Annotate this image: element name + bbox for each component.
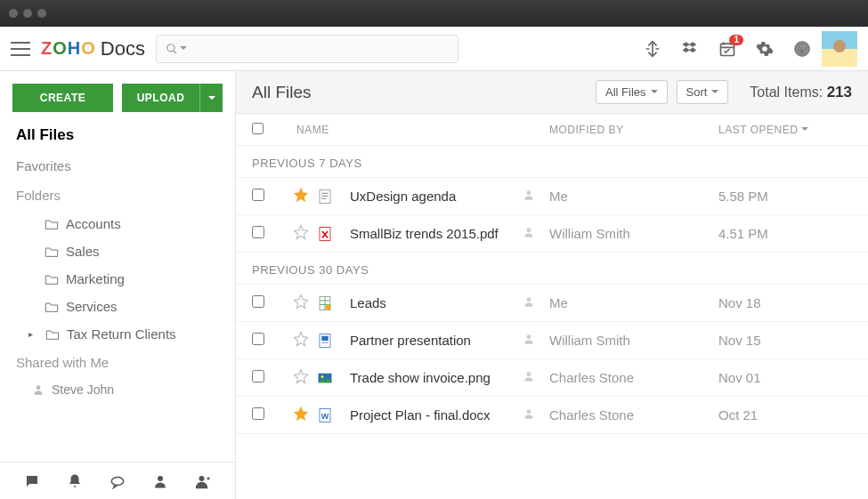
- svg-point-4: [158, 476, 163, 481]
- select-all-checkbox[interactable]: [252, 123, 264, 134]
- folder-icon: [45, 245, 59, 258]
- nav-all-files[interactable]: All Files: [0, 125, 235, 151]
- create-button[interactable]: CREATE: [12, 84, 113, 112]
- folder-name: Sales: [66, 244, 100, 259]
- file-type-icon: [316, 225, 334, 243]
- col-name-header[interactable]: NAME: [288, 124, 549, 136]
- row-checkbox[interactable]: [252, 370, 264, 382]
- file-name[interactable]: Project Plan - final.docx: [350, 407, 523, 423]
- notification-badge: 1: [729, 35, 743, 45]
- window-min-dot[interactable]: [23, 9, 32, 18]
- file-type-icon: [316, 369, 334, 387]
- row-checkbox[interactable]: [252, 333, 264, 345]
- star-icon[interactable]: [293, 294, 311, 312]
- file-modified-by: Me: [549, 295, 718, 310]
- file-row[interactable]: UxDesign agenda Me 5.58 PM: [236, 178, 868, 215]
- sidebar-footer: [0, 462, 235, 499]
- nav-favorites[interactable]: Favorites: [0, 151, 235, 181]
- shared-indicator-icon: [523, 370, 549, 385]
- person-icon[interactable]: [152, 473, 168, 489]
- file-type-icon: [316, 294, 334, 312]
- content-area: All Files All Files Sort Total Items: 21…: [236, 71, 868, 499]
- chat-icon[interactable]: [24, 473, 40, 489]
- nav-shared-label: Shared with Me: [0, 348, 235, 377]
- svg-point-3: [37, 385, 41, 390]
- dropbox-icon[interactable]: [681, 40, 699, 58]
- file-row[interactable]: Partner presentation William Smith Nov 1…: [236, 322, 868, 359]
- row-checkbox[interactable]: [252, 295, 264, 308]
- file-last-opened: Nov 18: [718, 295, 852, 310]
- file-type-icon: [316, 332, 334, 350]
- file-list: PREVIOUS 7 DAYS UxDesign agenda Me 5.58 …: [236, 146, 868, 499]
- file-name[interactable]: UxDesign agenda: [350, 189, 523, 204]
- file-row[interactable]: SmallBiz trends 2015.pdf William Smith 4…: [236, 215, 868, 253]
- file-last-opened: 4.51 PM: [718, 226, 852, 241]
- row-checkbox[interactable]: [252, 226, 264, 238]
- nav-folder[interactable]: Services: [0, 293, 235, 320]
- search-box[interactable]: [156, 35, 458, 63]
- window-max-dot[interactable]: [37, 9, 46, 18]
- svg-point-7: [527, 190, 531, 195]
- help-icon[interactable]: ?: [793, 40, 811, 58]
- file-modified-by: Me: [549, 189, 718, 204]
- svg-point-16: [527, 334, 531, 339]
- shared-indicator-icon: [523, 189, 549, 204]
- svg-point-12: [527, 297, 531, 302]
- svg-point-11: [326, 304, 331, 310]
- window-chrome: [0, 0, 868, 27]
- nav-folder[interactable]: Accounts: [0, 210, 235, 237]
- recycle-icon[interactable]: [644, 40, 661, 58]
- file-row[interactable]: Trade show invoice.png Charles Stone Nov…: [236, 359, 868, 397]
- nav-folder[interactable]: Sales: [0, 237, 235, 265]
- shared-user[interactable]: Steve John: [0, 377, 235, 402]
- col-last-header[interactable]: LAST OPENED: [718, 124, 852, 136]
- row-checkbox[interactable]: [252, 189, 264, 201]
- star-icon[interactable]: [293, 224, 311, 243]
- add-person-icon[interactable]: [195, 473, 211, 489]
- folder-icon: [45, 218, 59, 230]
- file-name[interactable]: Trade show invoice.png: [350, 370, 523, 385]
- user-avatar[interactable]: [822, 31, 857, 67]
- menu-icon[interactable]: [11, 42, 30, 56]
- nav-folder[interactable]: Marketing: [0, 265, 235, 293]
- upload-dropdown-button[interactable]: [199, 84, 223, 112]
- content-title: All Files: [252, 83, 587, 102]
- search-dropdown-caret[interactable]: [180, 46, 187, 53]
- folder-icon: [45, 328, 60, 341]
- star-icon[interactable]: [293, 187, 311, 205]
- file-modified-by: William Smith: [549, 226, 718, 241]
- file-last-opened: Nov 01: [718, 370, 852, 385]
- shared-user-name: Steve John: [52, 382, 114, 397]
- upload-button[interactable]: UPLOAD: [122, 84, 199, 112]
- file-type-icon: W: [316, 406, 334, 424]
- file-row[interactable]: W Project Plan - final.docx Charles Ston…: [236, 397, 868, 434]
- file-type-icon: [316, 188, 334, 205]
- filter-dropdown[interactable]: All Files: [596, 80, 668, 104]
- star-icon[interactable]: [293, 368, 311, 387]
- window-close-dot[interactable]: [9, 9, 18, 18]
- file-row[interactable]: Leads Me Nov 18: [236, 285, 868, 322]
- person-icon: [32, 383, 45, 396]
- svg-rect-0: [721, 44, 734, 55]
- star-icon[interactable]: [293, 406, 311, 424]
- group-header: PREVIOUS 7 DAYS: [236, 146, 868, 178]
- speech-icon[interactable]: [110, 473, 126, 489]
- nav-folder[interactable]: Tax Return Clients: [0, 320, 235, 348]
- row-checkbox[interactable]: [252, 407, 264, 420]
- gear-icon[interactable]: [756, 40, 774, 58]
- file-name[interactable]: Partner presentation: [350, 333, 523, 348]
- nav-folders-label: Folders: [0, 181, 235, 210]
- folder-name: Accounts: [66, 216, 121, 231]
- search-input[interactable]: [192, 42, 449, 56]
- topbar: ZOHO Docs 1 ?: [0, 27, 868, 71]
- file-name[interactable]: Leads: [350, 295, 523, 310]
- star-icon[interactable]: [293, 331, 311, 350]
- file-modified-by: Charles Stone: [549, 407, 718, 423]
- col-modified-header[interactable]: MODIFIED BY: [549, 124, 718, 136]
- calendar-icon[interactable]: 1: [718, 40, 736, 58]
- file-name[interactable]: SmallBiz trends 2015.pdf: [350, 226, 523, 241]
- sort-dropdown[interactable]: Sort: [677, 80, 729, 104]
- svg-point-19: [527, 372, 531, 376]
- bell-icon[interactable]: [67, 473, 83, 489]
- svg-rect-15: [321, 342, 329, 343]
